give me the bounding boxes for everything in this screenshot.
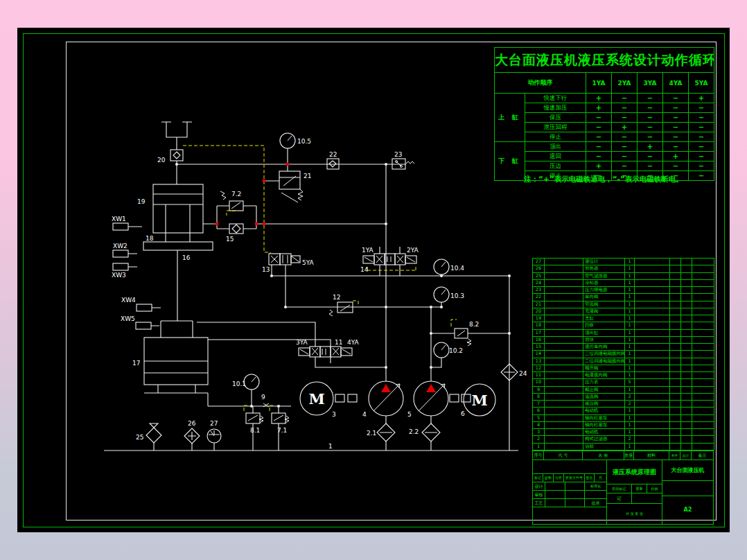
- column-header-2ya: 2YA: [612, 73, 638, 94]
- label-21: 21: [304, 173, 311, 180]
- bom-total-weight: [681, 393, 692, 400]
- bom-material: [635, 372, 670, 379]
- label-4ya: 4YA: [347, 339, 360, 346]
- solenoid-state-cell: −: [689, 103, 714, 113]
- bom-qty: 1: [625, 315, 635, 322]
- bom-header-qty: 数量: [624, 450, 634, 460]
- solenoid-state-cell: −: [663, 123, 689, 132]
- bom-total-weight: [681, 401, 692, 408]
- label-12: 12: [333, 294, 340, 301]
- solenoid-state-cell: −: [689, 142, 714, 152]
- bom-note: [692, 401, 714, 408]
- bom-qty: 2: [625, 436, 635, 443]
- solenoid-state-cell: −: [663, 161, 689, 171]
- bom-seq: 1: [533, 443, 545, 450]
- revision-blank-rows: [532, 460, 607, 474]
- action-cycle-table: 大台面液压机液压系统设计动作循环表 动作顺序 1YA 2YA 3YA 4YA 5…: [494, 47, 714, 181]
- solenoid-state-cell: −: [663, 103, 689, 113]
- bom-material: [635, 329, 670, 336]
- solenoid-state-cell: −: [612, 152, 638, 161]
- bom-material: [635, 393, 670, 400]
- bom-note: [692, 259, 714, 265]
- bom-name: 顶出缸: [583, 329, 625, 336]
- limit-switch-xw4: [137, 304, 152, 311]
- bom-total-weight: [681, 372, 692, 379]
- solenoid-state-cell: −: [638, 94, 663, 103]
- bom-total-weight: [681, 322, 692, 329]
- relief-valve-21: [279, 171, 300, 189]
- label-xw5: XW5: [121, 315, 135, 322]
- bom-row: 20充液阀1: [533, 308, 714, 315]
- bom-material: [635, 344, 670, 351]
- label-27: 27: [210, 420, 218, 427]
- solenoid-state-cell: −: [612, 161, 638, 171]
- bom-seq: 3: [533, 429, 545, 436]
- bom-material: [635, 308, 670, 315]
- bom-total-weight: [681, 358, 692, 365]
- bom-material: [635, 401, 670, 408]
- solenoid-state-cell: −: [689, 113, 714, 123]
- bom-seq: 2: [533, 436, 545, 443]
- label-5ya: 5YA: [302, 259, 315, 266]
- bom-row: 14三位四通电磁换向阀1: [533, 351, 714, 358]
- action-row: 泄压回程−+−−−: [495, 123, 714, 132]
- bom-name: 压力表: [583, 379, 625, 386]
- bom-code: [545, 436, 583, 443]
- bom-total-weight: [681, 344, 692, 351]
- column-header-5ya: 5YA: [689, 73, 714, 94]
- bom-row: 10压力表5: [533, 379, 714, 386]
- bom-row: 22单向阀1: [533, 294, 714, 301]
- coupling: [462, 394, 471, 402]
- bom-name: 截止阀: [583, 386, 625, 393]
- label-9: 9: [261, 394, 265, 401]
- bom-qty: 1: [625, 301, 635, 308]
- bom-qty: 1: [625, 259, 635, 265]
- bom-code: [545, 372, 583, 379]
- solenoid-state-cell: +: [638, 142, 663, 152]
- label-20: 20: [157, 157, 166, 164]
- label-motor-6: 6: [461, 410, 465, 417]
- solenoid-state-cell: −: [638, 113, 663, 123]
- bom-name: 油箱: [583, 443, 625, 450]
- bom-note: [692, 414, 714, 421]
- coupling: [450, 394, 459, 402]
- bom-row: 3电动机1: [533, 429, 714, 436]
- bom-code: [545, 315, 583, 322]
- bom-name: 二位四通电磁换向阀: [583, 358, 625, 365]
- bom-material: [635, 351, 670, 358]
- bom-qty: 1: [625, 421, 635, 428]
- solenoid-state-cell: −: [586, 142, 612, 152]
- bom-note: [692, 272, 714, 279]
- bom-material: [635, 259, 670, 265]
- bom-header-unit-weight: 单件: [669, 450, 680, 460]
- field-stage-mark: 阶段标记: [606, 484, 632, 493]
- solenoid-state-cell: −: [612, 132, 638, 142]
- bom-qty: 1: [625, 344, 635, 351]
- bom-qty: 1: [625, 336, 635, 343]
- bom-note: [692, 379, 714, 386]
- bom-qty: 1: [625, 408, 635, 414]
- bom-note: [692, 265, 714, 272]
- action-label: 慢速加压: [525, 103, 586, 113]
- bom-seq: 10: [533, 379, 545, 386]
- coupling: [348, 394, 357, 402]
- valve-13-body: [280, 254, 291, 265]
- bom-total-weight: [681, 365, 692, 371]
- bom-row: 26加热器1: [533, 265, 714, 272]
- bom-row: 13二位四通电磁换向阀1: [533, 358, 714, 365]
- bom-total-weight: [681, 386, 692, 393]
- solenoid-state-cell: −: [663, 94, 689, 103]
- bom-unit-weight: [670, 365, 681, 371]
- label-14: 14: [360, 266, 369, 273]
- column-header-4ya: 4YA: [663, 73, 689, 94]
- bom-qty: 1: [625, 322, 635, 329]
- bom-note: [692, 344, 714, 351]
- action-row: 退回−−−+−: [495, 152, 714, 161]
- solenoid-state-cell: −: [638, 132, 663, 142]
- bom-row: 23压力继电器1: [533, 287, 714, 294]
- bom-code: [545, 443, 583, 450]
- bom-name: 电动机: [583, 408, 625, 414]
- bom-seq: 12: [533, 365, 545, 371]
- bom-row: 16滑块1: [533, 336, 714, 343]
- solenoid-state-cell: −: [612, 94, 638, 103]
